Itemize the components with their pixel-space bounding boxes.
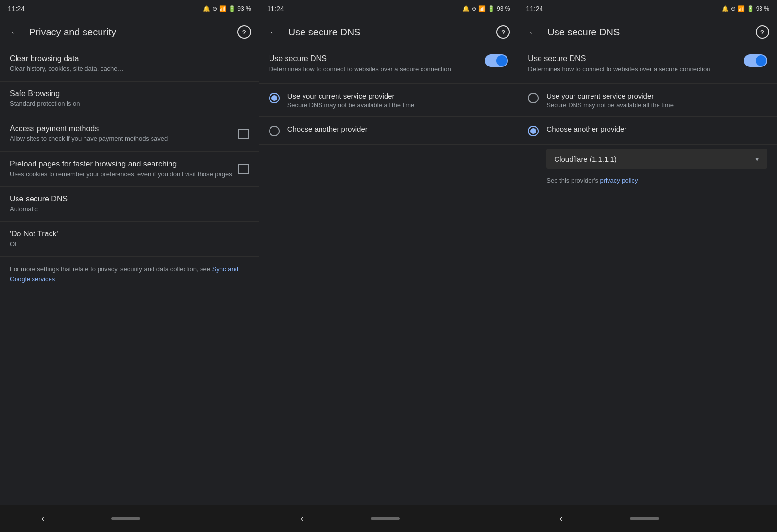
back-nav-2[interactable]: ‹ bbox=[301, 514, 304, 524]
status-icons-3: 🔔 ⊖ 📶 🔋 93 % bbox=[722, 5, 769, 12]
setting-text: 'Do Not Track' Off bbox=[10, 230, 249, 249]
toggle-knob-2 bbox=[756, 55, 766, 66]
dns-toggle-2[interactable] bbox=[744, 54, 767, 67]
bottom-bar-1: ‹ bbox=[0, 505, 259, 532]
signal-icon-1: 📶 bbox=[219, 5, 226, 12]
provider-dropdown[interactable]: Cloudflare (1.1.1.1) bbox=[546, 149, 767, 169]
radio-another-provider-2[interactable]: Choose another provider bbox=[518, 117, 777, 145]
status-time-2: 11:24 bbox=[267, 5, 284, 13]
nav-pill-3[interactable] bbox=[630, 517, 659, 520]
setting-title: Access payment methods bbox=[10, 124, 238, 133]
bottom-bar-3: ‹ bbox=[518, 505, 777, 532]
dnd-icon-1: ⊖ bbox=[212, 5, 217, 12]
setting-clear-browsing[interactable]: Clear browsing data Clear history, cooki… bbox=[0, 47, 259, 82]
signal-icon-3: 📶 bbox=[738, 5, 745, 12]
setting-payment-methods[interactable]: Access payment methods Allow sites to ch… bbox=[0, 116, 259, 151]
payment-methods-checkbox[interactable] bbox=[238, 129, 249, 139]
setting-use-secure-dns[interactable]: Use secure DNS Automatic bbox=[0, 187, 259, 222]
setting-subtitle: Uses cookies to remember your preference… bbox=[10, 170, 238, 179]
back-button-3[interactable]: ← bbox=[526, 25, 540, 39]
status-bar-1: 11:24 🔔 ⊖ 📶 🔋 93 % bbox=[0, 0, 259, 17]
setting-subtitle: Automatic bbox=[10, 205, 249, 214]
radio-subtitle-3: Secure DNS may not be available all the … bbox=[546, 101, 674, 109]
dns-toggle-1[interactable] bbox=[485, 54, 508, 67]
help-button-3[interactable]: ? bbox=[756, 25, 769, 39]
back-nav-3[interactable]: ‹ bbox=[559, 514, 562, 524]
page-title-1: Privacy and security bbox=[29, 27, 230, 38]
setting-subtitle: Clear history, cookies, site data, cache… bbox=[10, 65, 249, 73]
dnd-icon-3: ⊖ bbox=[731, 5, 736, 12]
setting-preload-pages[interactable]: Preload pages for faster browsing and se… bbox=[0, 152, 259, 187]
battery-pct-2: 93 % bbox=[497, 5, 510, 12]
radio-title-4: Choose another provider bbox=[546, 125, 626, 133]
footer-note: For more settings that relate to privacy… bbox=[0, 257, 259, 291]
dns-title-2: Use secure DNS bbox=[528, 54, 738, 63]
dns-subtitle-1: Determines how to connect to websites ov… bbox=[269, 65, 479, 74]
help-button-1[interactable]: ? bbox=[237, 25, 251, 39]
status-time-1: 11:24 bbox=[8, 5, 25, 13]
bottom-bar-2: ‹ bbox=[259, 505, 519, 532]
vibrate-icon-3: 🔔 bbox=[722, 5, 729, 12]
toggle-knob-1 bbox=[496, 55, 507, 66]
radio-subtitle-1: Secure DNS may not be available all the … bbox=[287, 101, 415, 109]
battery-pct-3: 93 % bbox=[756, 5, 769, 12]
page-header-1: ← Privacy and security ? bbox=[0, 17, 259, 47]
setting-do-not-track[interactable]: 'Do Not Track' Off bbox=[0, 222, 259, 257]
dns-header-text-1: Use secure DNS Determines how to connect… bbox=[269, 54, 479, 74]
page-title-3: Use secure DNS bbox=[547, 27, 748, 38]
radio-another-provider-1[interactable]: Choose another provider bbox=[259, 117, 518, 145]
status-icons-1: 🔔 ⊖ 📶 🔋 93 % bbox=[203, 5, 251, 12]
setting-text: Preload pages for faster browsing and se… bbox=[10, 160, 238, 179]
battery-icon-1: 🔋 bbox=[228, 5, 236, 12]
radio-text-4: Choose another provider bbox=[546, 125, 626, 134]
setting-title: Safe Browsing bbox=[10, 89, 249, 98]
radio-current-provider-2[interactable]: Use your current service provider Secure… bbox=[518, 84, 777, 117]
dns-toggle-section-2: Use secure DNS Determines how to connect… bbox=[518, 47, 777, 84]
panel-secure-dns-1: 11:24 🔔 ⊖ 📶 🔋 93 % ← Use secure DNS ? Us… bbox=[259, 0, 519, 505]
policy-prefix: See this provider's bbox=[546, 177, 600, 184]
radio-text-1: Use your current service provider Secure… bbox=[287, 92, 415, 109]
battery-pct-1: 93 % bbox=[237, 5, 251, 12]
radio-current-provider-1[interactable]: Use your current service provider Secure… bbox=[259, 84, 518, 117]
back-button-2[interactable]: ← bbox=[267, 25, 281, 39]
setting-title: Clear browsing data bbox=[10, 54, 249, 63]
panel-privacy-security: 11:24 🔔 ⊖ 📶 🔋 93 % ← Privacy and securit… bbox=[0, 0, 259, 505]
vibrate-icon-2: 🔔 bbox=[462, 5, 470, 12]
back-button-1[interactable]: ← bbox=[8, 25, 21, 39]
setting-safe-browsing[interactable]: Safe Browsing Standard protection is on bbox=[0, 82, 259, 116]
dns-content-1: Use secure DNS Determines how to connect… bbox=[259, 47, 518, 505]
dns-content-2: Use secure DNS Determines how to connect… bbox=[518, 47, 777, 505]
provider-policy: See this provider's privacy policy bbox=[546, 177, 767, 184]
nav-pill-2[interactable] bbox=[371, 517, 400, 520]
page-header-2: ← Use secure DNS ? bbox=[259, 17, 518, 47]
dns-toggle-section-1: Use secure DNS Determines how to connect… bbox=[259, 47, 518, 84]
setting-text: Use secure DNS Automatic bbox=[10, 195, 249, 214]
setting-subtitle: Standard protection is on bbox=[10, 100, 249, 108]
radio-text-2: Choose another provider bbox=[287, 125, 368, 134]
setting-text: Access payment methods Allow sites to ch… bbox=[10, 124, 238, 143]
preload-pages-checkbox[interactable] bbox=[238, 164, 249, 174]
setting-subtitle: Off bbox=[10, 240, 249, 249]
setting-title: Use secure DNS bbox=[10, 195, 249, 203]
radio-text-3: Use your current service provider Secure… bbox=[546, 92, 674, 109]
settings-list: Clear browsing data Clear history, cooki… bbox=[0, 47, 259, 505]
radio-title-2: Choose another provider bbox=[287, 125, 368, 133]
signal-icon-2: 📶 bbox=[478, 5, 486, 12]
status-bar-2: 11:24 🔔 ⊖ 📶 🔋 93 % bbox=[259, 0, 518, 17]
provider-name: Cloudflare (1.1.1.1) bbox=[554, 155, 616, 163]
radio-title-3: Use your current service provider bbox=[546, 92, 674, 100]
setting-title: Preload pages for faster browsing and se… bbox=[10, 160, 238, 168]
dnd-icon-2: ⊖ bbox=[472, 5, 476, 12]
battery-icon-3: 🔋 bbox=[747, 5, 754, 12]
setting-text: Clear browsing data Clear history, cooki… bbox=[10, 54, 249, 73]
radio-circle-1 bbox=[269, 93, 280, 103]
page-title-2: Use secure DNS bbox=[288, 27, 489, 38]
battery-icon-2: 🔋 bbox=[488, 5, 495, 12]
privacy-policy-link[interactable]: privacy policy bbox=[600, 177, 638, 184]
help-button-2[interactable]: ? bbox=[496, 25, 510, 39]
dns-title-1: Use secure DNS bbox=[269, 54, 479, 63]
status-bar-3: 11:24 🔔 ⊖ 📶 🔋 93 % bbox=[518, 0, 777, 17]
back-nav-1[interactable]: ‹ bbox=[41, 514, 44, 524]
nav-pill-1[interactable] bbox=[111, 517, 140, 520]
page-header-3: ← Use secure DNS ? bbox=[518, 17, 777, 47]
